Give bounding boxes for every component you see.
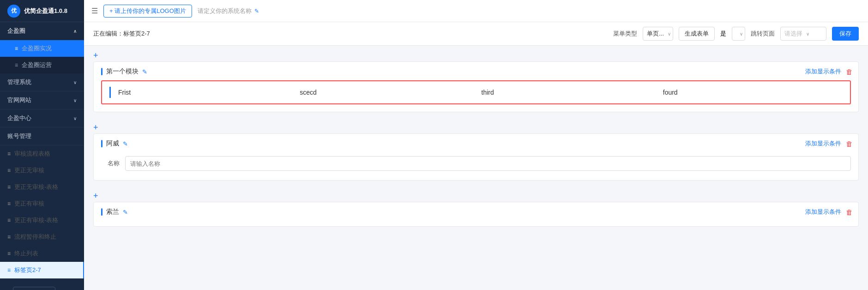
menu-type-select[interactable]: 单页... ∨: [643, 27, 673, 41]
content-header: 正在编辑：标签页2-7 菜单类型 单页... ∨ 生成表单 是 ∨ 跳转页面 请…: [84, 22, 868, 46]
module-edit-icon-2[interactable]: ✎: [123, 140, 128, 147]
add-module-button-3[interactable]: +: [93, 192, 98, 200]
tab-item-third[interactable]: third: [480, 89, 661, 96]
submenu-qiyequan: ≡ 企盈圈实况 ≡ 企盈圈运营: [0, 40, 84, 73]
module-header-1: 第一个模块 ✎: [101, 67, 851, 76]
add-module-button-1[interactable]: +: [93, 51, 98, 60]
hamburger-icon[interactable]: ☰: [91, 6, 98, 15]
sidebar-group-zhanghao[interactable]: 账号管理: [0, 127, 84, 145]
add-condition-button-3[interactable]: 添加显示条件: [805, 208, 841, 216]
sidebar-logo: 优 优简企盈通1.0.8: [0, 0, 84, 22]
generate-table-button[interactable]: 生成表单: [679, 27, 715, 41]
add-menu-wrapper: ■ 新增菜单: [0, 278, 84, 290]
nav-label-gengzheng-you-biaoge: 更正有审核-表格: [14, 216, 58, 224]
save-button[interactable]: 保存: [832, 27, 859, 41]
menu-type-value: 单页...: [643, 30, 668, 38]
module-wrapper-1: + 第一个模块 ✎ 添加显示条件 🗑: [84, 46, 868, 118]
module-actions-2: 添加显示条件 🗑: [805, 139, 853, 148]
module-card-2: 阿威 ✎ 添加显示条件 🗑 名称: [93, 133, 859, 181]
nav-item-biaoqian[interactable]: ≡ 标签页2-7: [0, 262, 84, 278]
nav-item-gengzheng-you-biaoge[interactable]: ≡ 更正有审核-表格: [0, 212, 84, 229]
system-name-edit-icon[interactable]: ✎: [254, 8, 259, 14]
menu-type-label: 菜单类型: [613, 30, 637, 38]
sidebar-menu: 企盈圈 ∧ ≡ 企盈圈实况 ≡ 企盈圈运营 管理系统 ∨ 官网网站 ∨ 企盈中心…: [0, 22, 84, 290]
nav-item-gengzheng-you[interactable]: ≡ 更正有审核: [0, 195, 84, 212]
module-card-1: 第一个模块 ✎ 添加显示条件 🗑 Frist scecd third: [93, 61, 859, 112]
nav-bar-icon-1: ≡: [7, 151, 11, 157]
upload-logo-button[interactable]: + 请上传你的专属LOGO图片: [103, 5, 192, 18]
content-scroll: + 第一个模块 ✎ 添加显示条件 🗑: [84, 46, 868, 290]
tab-item-frist[interactable]: Frist: [116, 89, 298, 96]
left-nav-items-list: ≡ 审核流程表格 ≡ 更正无审核 ≡ 更正无审核-表格 ≡ 更正有审核 ≡ 更正…: [0, 145, 84, 278]
nav-item-shenhe[interactable]: ≡ 审核流程表格: [0, 145, 84, 162]
nav-bar-icon-2: ≡: [7, 167, 11, 174]
form-field-row-name: 名称: [101, 152, 851, 175]
chevron-down-icon-3: ∨: [73, 116, 77, 121]
jump-page-label: 跳转页面: [751, 30, 775, 38]
right-panel: 正在编辑：标签页2-7 菜单类型 单页... ∨ 生成表单 是 ∨ 跳转页面 请…: [84, 22, 868, 290]
bars-icon-1: ≡: [15, 45, 18, 52]
module-add-row-3: +: [93, 192, 859, 200]
nav-label-biaoqian: 标签页2-7: [14, 266, 41, 274]
module-card-3: 索兰 ✎ 添加显示条件 🗑: [93, 202, 859, 227]
sidebar-item-qiyequan-shikuang[interactable]: ≡ 企盈圈实况: [0, 40, 84, 57]
jump-placeholder: 请选择: [781, 30, 806, 38]
nav-bar-icon-5: ≡: [7, 217, 11, 224]
menu-label-shikuang: 企盈圈实况: [22, 44, 52, 53]
nav-label-gengzheng-wu: 更正无审核: [14, 166, 44, 175]
nav-label-gengzheng-wu-biaoge: 更正无审核-表格: [14, 183, 58, 191]
nav-item-gengzheng-wu[interactable]: ≡ 更正无审核: [0, 162, 84, 179]
module-actions-3: 添加显示条件 🗑: [805, 208, 853, 216]
group-label-guanli: 管理系统: [7, 78, 31, 86]
delete-module-button-2[interactable]: 🗑: [846, 140, 853, 148]
group-label-guanwang: 官网网站: [7, 96, 31, 104]
module-header-2: 阿威 ✎: [101, 139, 851, 148]
chevron-up-icon: ∧: [73, 29, 77, 34]
module-add-row-2: +: [93, 123, 859, 132]
tab-item-scecd[interactable]: scecd: [298, 89, 479, 96]
sidebar-group-qiyezhongxin[interactable]: 企盈中心 ∨: [0, 109, 84, 127]
module-wrapper-3: + 索兰 ✎ 添加显示条件 🗑: [84, 186, 868, 232]
bars-icon-2: ≡: [15, 62, 18, 68]
system-name-area: 请定义你的系统名称 ✎: [198, 7, 259, 15]
chevron-down-icon-2: ∨: [73, 98, 77, 103]
module-edit-icon-1[interactable]: ✎: [142, 68, 147, 75]
is-label: 是: [720, 30, 726, 38]
sidebar-group-guanli[interactable]: 管理系统 ∨: [0, 73, 84, 91]
group-label-qiyezhongxin: 企盈中心: [7, 114, 31, 122]
nav-label-liucheng-ting: 流程暂停和终止: [14, 233, 56, 241]
sidebar-item-qiyequan-yunyingke[interactable]: ≡ 企盈圈运营: [0, 57, 84, 73]
nav-item-liucheng-ting[interactable]: ≡ 流程暂停和终止: [0, 229, 84, 245]
nav-item-gengzheng-wu-biaoge[interactable]: ≡ 更正无审核-表格: [0, 179, 84, 195]
jump-page-select[interactable]: 请选择 ∨: [780, 27, 826, 41]
sidebar-group-qiyequan[interactable]: 企盈圈 ∧: [0, 22, 84, 40]
nav-item-zhongzhi[interactable]: ≡ 终止列表: [0, 245, 84, 262]
logo-text: 优简企盈通1.0.8: [24, 7, 67, 15]
jump-arrow-icon: ∨: [806, 31, 811, 36]
nav-label-zhongzhi: 终止列表: [14, 249, 38, 258]
tab-item-fourd[interactable]: fourd: [661, 89, 843, 96]
module-actions-1: 添加显示条件 🗑: [805, 67, 853, 76]
delete-module-button-1[interactable]: 🗑: [846, 68, 853, 76]
group-label-qiyequan: 企盈圈: [7, 27, 25, 35]
field-input-name[interactable]: [125, 156, 851, 171]
nav-bar-icon-6: ≡: [7, 234, 11, 240]
upload-logo-label: + 请上传你的专属LOGO图片: [109, 7, 186, 15]
nav-label-gengzheng-you: 更正有审核: [14, 199, 44, 208]
add-module-button-2[interactable]: +: [93, 123, 98, 132]
sidebar: 优 优简企盈通1.0.8 企盈圈 ∧ ≡ 企盈圈实况 ≡ 企盈圈运营 管理系统 …: [0, 0, 84, 290]
add-condition-button-2[interactable]: 添加显示条件: [805, 139, 841, 148]
main-container: ☰ + 请上传你的专属LOGO图片 请定义你的系统名称 ✎ 正在编辑：标签页2-…: [84, 0, 868, 290]
module-edit-icon-3[interactable]: ✎: [123, 209, 128, 216]
is-select[interactable]: ∨: [732, 27, 745, 41]
add-menu-button[interactable]: ■ 新增菜单: [13, 287, 55, 290]
top-bar: ☰ + 请上传你的专属LOGO图片 请定义你的系统名称 ✎: [84, 0, 868, 22]
sidebar-group-guanwang[interactable]: 官网网站 ∨: [0, 91, 84, 109]
add-condition-button-1[interactable]: 添加显示条件: [805, 67, 841, 76]
menu-label-yunyingke: 企盈圈运营: [22, 61, 52, 69]
delete-module-button-3[interactable]: 🗑: [846, 208, 853, 216]
module-title-bar-1: [101, 68, 102, 75]
module-title-2: 阿威: [106, 139, 119, 148]
tab-preview-1: Frist scecd third fourd: [101, 80, 851, 104]
content-with-sidebar: 正在编辑：标签页2-7 菜单类型 单页... ∨ 生成表单 是 ∨ 跳转页面 请…: [84, 22, 868, 290]
